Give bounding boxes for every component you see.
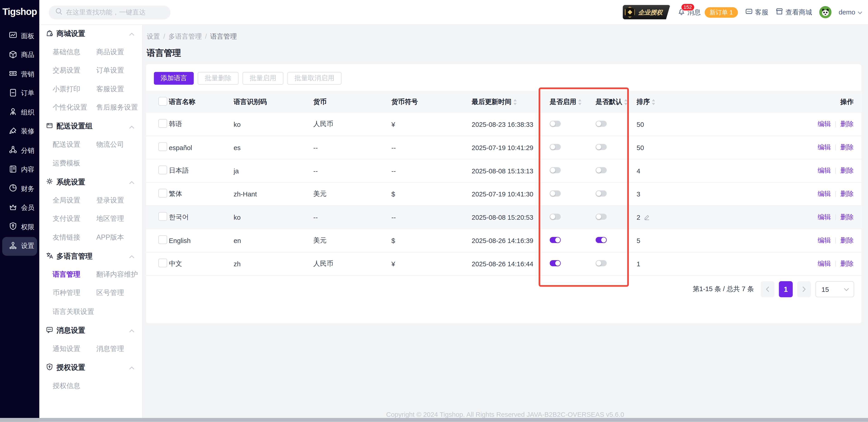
sidebar-item-6[interactable]: 分销 [2,141,37,160]
chevron-up-icon[interactable] [129,29,134,38]
row-checkbox[interactable] [158,165,167,174]
default-toggle[interactable] [596,144,607,150]
delete-link[interactable]: 删除 [840,259,854,269]
delete-link[interactable]: 删除 [840,189,854,199]
submenu-item[interactable]: 币种管理 [53,284,96,302]
submenu-item[interactable]: 通知设置 [53,339,96,358]
user-menu[interactable]: demo [839,8,862,16]
customer-service-button[interactable]: 客服 [745,7,768,17]
submenu-group-3[interactable]: 多语言管理 [39,247,143,265]
sidebar-item-3[interactable]: 订单 [2,84,37,103]
default-toggle[interactable] [596,167,607,173]
default-toggle[interactable] [596,237,607,243]
sidebar-item-9[interactable]: 会员 [2,199,37,217]
default-toggle[interactable] [596,190,607,196]
edit-link[interactable]: 编辑 [817,259,831,269]
enabled-toggle[interactable] [550,237,561,243]
delete-link[interactable]: 删除 [840,236,854,245]
submenu-item[interactable]: 授权信息 [53,377,96,395]
sidebar-item-5[interactable]: 装修 [2,122,37,141]
chevron-up-icon[interactable] [129,252,134,261]
submenu-item[interactable]: 交易设置 [53,61,96,80]
chevron-up-icon[interactable] [129,363,134,371]
edit-link[interactable]: 编辑 [817,120,831,129]
edit-link[interactable]: 编辑 [817,189,831,199]
enterprise-auth-badge[interactable]: 企业授权 [623,5,671,20]
submenu-item[interactable]: 区号管理 [96,284,142,302]
submenu-item[interactable]: 语言关联设置 [53,302,96,321]
default-toggle[interactable] [596,120,607,127]
submenu-item[interactable]: 友情链接 [53,228,96,247]
submenu-item[interactable]: 翻译内容维护 [96,265,142,284]
submenu-item[interactable]: 全局设置 [53,191,96,210]
submenu-item[interactable]: 地区管理 [96,210,142,228]
col-header-updated-sort[interactable]: 最后更新时间 [472,97,550,107]
row-checkbox[interactable] [158,235,167,244]
breadcrumb-item[interactable]: 设置 [147,33,160,40]
submenu-group-1[interactable]: 配送设置组 [39,117,143,135]
delete-link[interactable]: 删除 [840,120,854,129]
submenu-item[interactable]: 消息管理 [96,339,142,358]
batch-enable-button[interactable]: 批量启用 [243,72,283,85]
submenu-item[interactable]: 基础信息 [53,43,96,61]
prev-page-button[interactable] [761,281,774,297]
row-checkbox[interactable] [158,259,167,267]
user-avatar[interactable] [819,6,831,18]
col-header-enabled-sort[interactable]: 是否启用 [550,97,596,107]
edit-link[interactable]: 编辑 [817,143,831,152]
submenu-item[interactable]: 小票打印 [53,80,96,98]
submenu-item[interactable]: 登录设置 [96,191,142,210]
submenu-item[interactable]: APP版本 [96,228,142,247]
default-toggle[interactable] [596,213,607,219]
chevron-up-icon[interactable] [129,178,134,186]
submenu-item[interactable]: 配送设置 [53,135,96,154]
page-size-select[interactable]: 15 [815,281,854,297]
col-header-default-sort[interactable]: 是否默认 [596,97,637,107]
new-order-badge[interactable]: 新订单 1 [705,7,738,18]
chevron-up-icon[interactable] [129,122,134,131]
sidebar-item-11[interactable]: 设置 [2,237,37,255]
row-checkbox[interactable] [158,212,167,221]
row-checkbox[interactable] [158,189,167,198]
sidebar-item-7[interactable]: 内容 [2,160,37,179]
next-page-button[interactable] [797,281,811,297]
edit-link[interactable]: 编辑 [817,236,831,245]
sidebar-item-2[interactable]: 营销 [2,65,37,84]
batch-delete-button[interactable]: 批量删除 [197,72,239,85]
sidebar-item-4[interactable]: 组织 [2,103,37,122]
delete-link[interactable]: 删除 [840,143,854,152]
breadcrumb-item[interactable]: 多语言管理 [168,33,202,40]
add-language-button[interactable]: 添加语言 [154,72,194,85]
enabled-toggle[interactable] [550,144,561,150]
enabled-toggle[interactable] [550,120,561,127]
batch-disable-button[interactable]: 批量取消启用 [287,72,342,85]
submenu-item[interactable]: 个性化设置 [53,98,96,117]
sidebar-item-0[interactable]: 面板 [2,27,37,46]
enabled-toggle[interactable] [550,167,561,173]
horizontal-scrollbar[interactable] [0,418,868,422]
row-checkbox[interactable] [158,142,167,151]
submenu-item[interactable]: 售后服务设置 [96,98,142,117]
row-checkbox[interactable] [158,119,167,128]
submenu-group-2[interactable]: 系统设置 [39,173,143,191]
submenu-item[interactable]: 语言管理 [53,265,96,284]
submenu-item[interactable]: 物流公司 [96,135,142,154]
submenu-item[interactable]: 商品设置 [96,43,142,61]
delete-link[interactable]: 删除 [840,166,854,176]
edit-link[interactable]: 编辑 [817,166,831,176]
submenu-group-4[interactable]: 消息设置 [39,321,143,339]
submenu-item[interactable]: 运费模板 [53,154,96,173]
global-search-input[interactable]: 在这里查找功能，一键直达 [49,5,170,19]
edit-link[interactable]: 编辑 [817,212,831,222]
select-all-checkbox[interactable] [158,96,167,105]
submenu-item[interactable]: 支付设置 [53,210,96,228]
submenu-item[interactable]: 客服设置 [96,80,142,98]
enabled-toggle[interactable] [550,190,561,196]
sidebar-item-8[interactable]: 财务 [2,179,37,198]
current-page-button[interactable]: 1 [779,281,793,297]
delete-link[interactable]: 删除 [840,212,854,222]
enabled-toggle[interactable] [550,260,561,266]
submenu-group-5[interactable]: 授权设置 [39,358,143,376]
edit-sort-pencil-icon[interactable] [644,214,650,220]
enabled-toggle[interactable] [550,213,561,219]
